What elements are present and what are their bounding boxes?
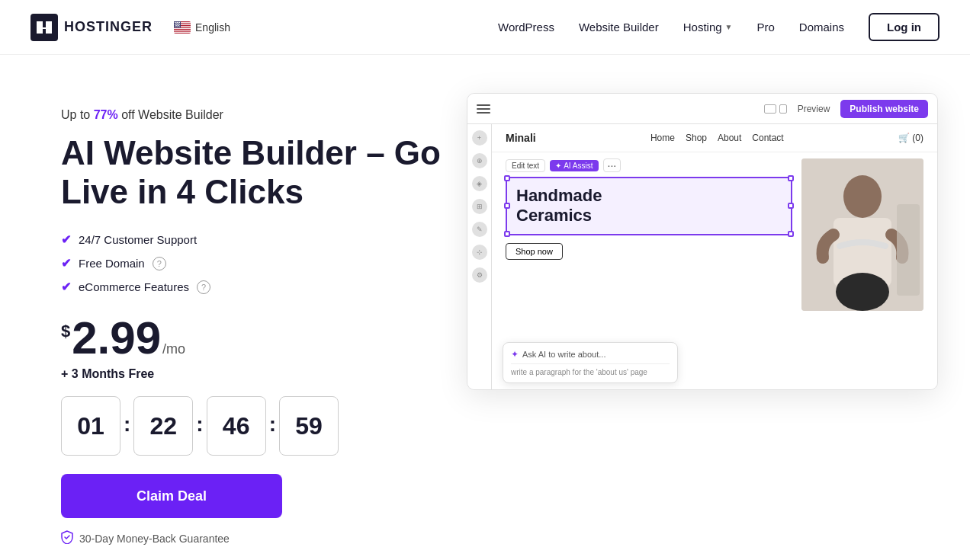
resize-handle-mr[interactable] — [788, 203, 794, 209]
sidebar-icon-4[interactable]: ⊞ — [472, 199, 487, 214]
resize-handle-br[interactable] — [788, 231, 794, 237]
person-image — [801, 158, 923, 311]
builder-sidebar: + ⊕ ◈ ⊞ ✎ ⊹ ⚙ — [467, 124, 492, 389]
seconds-box: 46 — [207, 396, 266, 456]
nav-link-hosting[interactable]: Hosting ▼ — [683, 21, 733, 34]
svg-point-18 — [175, 24, 175, 24]
svg-point-28 — [175, 26, 176, 27]
svg-point-14 — [175, 23, 176, 24]
mock-site-cart-icon[interactable]: 🛒 (0) — [898, 133, 923, 143]
svg-rect-5 — [174, 27, 191, 28]
login-button[interactable]: Log in — [869, 13, 939, 41]
chevron-down-icon: ▼ — [725, 23, 733, 31]
nav-left: HOSTINGER — [31, 14, 236, 41]
sidebar-icon-6[interactable]: ⊹ — [472, 245, 487, 260]
svg-point-30 — [178, 26, 178, 27]
mock-ai-assist-button[interactable]: ✦ AI Assist — [550, 160, 598, 171]
sidebar-icon-5[interactable]: ✎ — [472, 222, 487, 237]
svg-point-10 — [175, 21, 176, 22]
logo[interactable]: HOSTINGER — [31, 14, 153, 41]
check-icon: ✔ — [61, 232, 71, 247]
mock-edit-text-button[interactable]: Edit text — [506, 159, 545, 172]
hero-left: Up to 77% off Website Builder AI Website… — [61, 101, 442, 547]
countdown-seconds: 46 — [207, 396, 266, 456]
countdown-hours: 01 — [61, 396, 120, 456]
help-icon[interactable]: ? — [153, 257, 166, 270]
mock-ai-panel-header: ✦ Ask AI to write about... — [511, 349, 670, 360]
svg-point-11 — [177, 21, 178, 22]
hamburger-icon[interactable] — [477, 104, 490, 114]
sidebar-icon-7[interactable]: ⚙ — [472, 267, 487, 283]
resize-handle-tl[interactable] — [504, 175, 510, 181]
mock-hero-area: Edit text ✦ AI Assist ··· — [492, 152, 937, 317]
mock-site-link-contact[interactable]: Contact — [752, 133, 783, 143]
sidebar-icon-3[interactable]: ◈ — [472, 176, 487, 191]
svg-point-13 — [179, 21, 180, 22]
resize-handle-tr[interactable] — [788, 175, 794, 181]
preview-button[interactable]: Preview — [793, 102, 835, 116]
mock-site-link-shop[interactable]: Shop — [686, 133, 707, 143]
svg-point-9 — [175, 21, 175, 22]
window-desktop-icon[interactable] — [764, 104, 776, 114]
svg-rect-6 — [174, 30, 191, 30]
mock-site-link-home[interactable]: Home — [650, 133, 675, 143]
hero-title: AI Website Builder – Go Live in 4 Clicks — [61, 134, 442, 211]
mock-shop-now-button[interactable]: Shop now — [506, 243, 563, 260]
mock-product-image — [801, 158, 923, 311]
svg-point-16 — [178, 23, 178, 24]
publish-button[interactable]: Publish website — [840, 100, 928, 118]
mock-site-logo: Minali — [506, 132, 536, 144]
price-dollar: $ — [61, 322, 70, 341]
builder-canvas: Minali Home Shop About Contact 🛒 (0) — [492, 124, 937, 389]
claim-deal-button[interactable]: Claim Deal — [61, 474, 282, 518]
check-icon: ✔ — [61, 280, 71, 294]
nav-link-domains[interactable]: Domains — [799, 21, 844, 34]
nav-link-website-builder[interactable]: Website Builder — [579, 21, 659, 34]
svg-point-27 — [175, 26, 175, 27]
sidebar-icon-1[interactable]: + — [472, 130, 487, 146]
window-icons — [764, 104, 787, 114]
hostinger-logo-icon — [31, 14, 58, 41]
nav-link-wordpress[interactable]: WordPress — [498, 21, 554, 34]
mock-site-nav: Minali Home Shop About Contact 🛒 (0) — [492, 124, 937, 152]
ai-sparkle-icon: ✦ — [511, 349, 519, 360]
mock-text-area: Edit text ✦ AI Assist ··· — [506, 158, 792, 311]
svg-point-31 — [179, 26, 180, 27]
guarantee-text: 30-Day Money-Back Guarantee — [79, 533, 230, 545]
window-mobile-icon[interactable] — [779, 104, 787, 114]
countdown-sep-1: : — [120, 412, 133, 437]
svg-point-15 — [176, 23, 177, 24]
countdown-sep-2: : — [193, 412, 206, 437]
mock-heading-box[interactable]: Handmade Ceramics — [506, 177, 792, 235]
nav-link-pro[interactable]: Pro — [756, 21, 774, 34]
promo-text: Up to 77% off Website Builder — [61, 108, 442, 122]
countdown-ms: 59 — [279, 396, 339, 456]
resize-handle-bl[interactable] — [504, 231, 510, 237]
countdown-minutes: 22 — [133, 396, 193, 456]
ai-panel-input[interactable]: write a paragraph for the 'about us' pag… — [511, 363, 670, 376]
check-icon: ✔ — [61, 256, 71, 270]
svg-point-23 — [175, 25, 176, 26]
sparkle-icon: ✦ — [555, 162, 561, 170]
us-flag-icon — [174, 21, 191, 34]
svg-point-19 — [175, 24, 176, 24]
svg-point-29 — [177, 26, 178, 27]
builder-topbar: Preview Publish website — [467, 94, 937, 124]
feature-customer-support: ✔ 24/7 Customer Support — [61, 232, 442, 247]
features-list: ✔ 24/7 Customer Support ✔ Free Domain ? … — [61, 232, 442, 294]
countdown-timer: 01 : 22 : 46 : 59 — [61, 396, 442, 456]
feature-ecommerce: ✔ eCommerce Features ? — [61, 280, 442, 294]
svg-rect-36 — [897, 204, 920, 296]
svg-point-26 — [178, 25, 179, 26]
svg-point-35 — [836, 273, 889, 311]
sidebar-icon-2[interactable]: ⊕ — [472, 153, 487, 168]
ms-box: 59 — [279, 396, 339, 456]
language-selector[interactable]: English — [168, 18, 236, 37]
mock-site-link-about[interactable]: About — [718, 133, 741, 143]
svg-point-20 — [177, 24, 178, 24]
resize-handle-ml[interactable] — [504, 203, 510, 209]
svg-point-33 — [843, 175, 882, 218]
mock-more-options-button[interactable]: ··· — [603, 158, 622, 172]
help-icon[interactable]: ? — [197, 280, 210, 294]
mock-site-links: Home Shop About Contact — [650, 133, 784, 143]
